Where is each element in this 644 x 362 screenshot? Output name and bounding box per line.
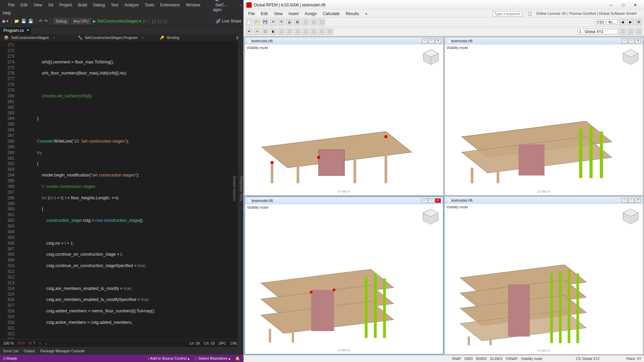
keyword-search[interactable] [493,11,523,16]
osnap-toggle[interactable]: OSNAP [506,357,517,361]
tool-icon[interactable]: ⊞ [294,19,301,25]
flo-select[interactable]: flo… [607,19,618,25]
nav-cube-icon[interactable] [622,207,640,225]
glines-toggle[interactable]: GLINES [490,357,502,361]
menu-build[interactable]: Build [76,1,90,9]
vp-canvas[interactable]: Visibility mode 27.500 m [245,45,443,195]
tool-icon[interactable]: ⬚ [318,28,325,35]
tool-icon[interactable]: ▶ [627,19,634,25]
menu-extensions[interactable]: Extensions [157,1,183,9]
select-repo[interactable]: ⬚ Select Repository ▴ [194,356,231,361]
tool-icon[interactable]: 📄 [246,19,252,25]
close-icon[interactable]: ✕ [629,1,641,9]
bc-project[interactable]: 📦 SetConstructionStages [3,36,52,40]
tab-close-icon[interactable]: ✕ [27,28,29,32]
new-icon[interactable]: 📁 [14,19,19,23]
vp-max-icon[interactable]: □ [429,39,435,43]
menu-window[interactable]: Window [183,1,203,9]
maximize-icon[interactable]: □ [617,1,629,9]
tool-icon[interactable]: ⚙ [635,19,642,25]
vp-close-icon[interactable]: ✕ [635,198,641,203]
bell-icon[interactable]: 🔔 [235,356,240,361]
menu-edit[interactable]: Edit [18,1,30,9]
vp-min-icon[interactable]: ─ [422,39,428,43]
tool-icon[interactable]: ⬚ [310,19,317,25]
viewport-1[interactable]: 📄 testmodel.rf6 ─□✕ Visibility mode 27.5… [244,37,444,196]
menu-view[interactable]: View [31,1,45,9]
tab-program-cs[interactable]: Program.cs✕ [0,27,31,34]
pkg-console-tab[interactable]: Package Manager Console [40,349,85,353]
config-select[interactable]: Debug [53,18,69,24]
menu-tools[interactable]: Tools [142,1,157,9]
bc-class[interactable]: 🔧 SetConstructionStages.Program [77,36,141,40]
tool-icon[interactable]: ◐ [270,28,277,35]
zoom-level[interactable]: 100 % [3,341,14,345]
menu-debug[interactable]: Debug [90,1,107,9]
tool-icon[interactable]: ⬚ [158,19,161,23]
save-icon[interactable]: 💾 [21,19,26,23]
vp-max-icon[interactable]: □ [428,198,434,203]
rmenu-assign[interactable]: Assign [302,11,319,17]
snap-toggle[interactable]: SNAP [452,357,461,361]
viewport-2[interactable]: 📄 testmodel.rf6 ─□✕ Visibility mode 27.5… [444,37,644,196]
bgrid-toggle[interactable]: BGRID [476,357,487,361]
back-icon[interactable]: ◉ ▾ [2,19,8,23]
tool-icon[interactable]: ✦ [246,28,252,35]
tool-icon[interactable]: ⬚ [326,28,333,35]
tool-icon[interactable]: ⬚ [278,28,285,35]
rmenu-view[interactable]: View [271,11,285,17]
vp-close-icon[interactable]: ✕ [435,39,441,43]
nav-cube-icon[interactable] [422,48,440,66]
rmenu-more[interactable]: » [362,11,370,17]
add-source-control[interactable]: ↑ Add to Source Control ▴ [147,356,189,361]
rmenu-calculate[interactable]: Calculate [320,11,342,17]
vp-min-icon[interactable]: ─ [622,39,628,43]
code-body[interactable]: srfs[i].comment = floor_max.ToString(); … [18,42,243,339]
ch[interactable]: Ch: 10 [204,341,214,345]
nav-cube-icon[interactable] [422,208,440,226]
saveall-icon[interactable]: 💾 [28,19,33,23]
tool-icon[interactable]: 📂 [254,19,260,25]
tool-icon[interactable]: ⬚ [152,19,156,23]
tool-icon[interactable]: ⬚ [310,28,317,35]
vp-close-icon[interactable]: ✕ [635,39,641,43]
tool-icon[interactable]: ✧ [254,28,260,35]
viewport-3[interactable]: 📄 testmodel.rf6 ─□✕ Visibility mode 27.5… [244,196,444,355]
nav-down-icon[interactable]: ↓ [45,341,47,345]
live-share-button[interactable]: 🔗 Live Share [216,19,241,23]
tool-icon[interactable]: ⬚ [302,28,309,35]
vp-min-icon[interactable]: ─ [422,198,428,203]
undo-icon[interactable]: ↶ [39,19,42,23]
error-count[interactable]: ⓧ 0 [18,341,24,346]
rmenu-results[interactable]: Results [343,11,362,17]
vp-min-icon[interactable]: ─ [622,198,628,203]
cs-select[interactable]: CS3 [595,19,605,25]
grid-toggle[interactable]: GRID [464,357,473,361]
close-icon[interactable]: ✕ [259,0,271,10]
menu-git[interactable]: Git [46,1,56,9]
output-tab[interactable]: Output [24,349,35,353]
minimize-icon[interactable]: ─ [235,0,247,10]
tool-icon[interactable]: ⬚ [627,28,634,35]
tool-icon[interactable]: ◀ [619,19,626,25]
code-editor[interactable]: 2712722732742752762772782792802812822832… [0,42,243,339]
error-list-tab[interactable]: Error List [3,349,18,353]
vp-close-icon[interactable]: ✕ [435,198,441,203]
nav-cube-icon[interactable] [622,48,640,66]
maximize-icon[interactable]: □ [247,0,259,10]
tool-icon[interactable]: ⬚ [163,19,167,23]
coord-select[interactable]: 1 - Global XYZ [578,29,618,34]
vp-canvas[interactable]: Visibility mode 27.500 m [245,204,443,354]
diagnostic-tab[interactable]: Diagnostic Tools [240,176,243,201]
rmenu-file[interactable]: File [246,11,257,17]
redo-icon[interactable]: ↷ [44,19,48,23]
menu-help[interactable]: Help [3,11,11,15]
tool-icon[interactable]: ↷ [278,19,285,25]
vp-max-icon[interactable]: □ [628,39,634,43]
menu-file[interactable]: File [5,1,17,9]
start-button[interactable]: ▶ SetConstructionStages ▾ [93,19,141,23]
solution-explorer-tab[interactable]: Solution Explorer [233,176,236,201]
vis-mode-label[interactable]: Visibility mode [521,357,542,361]
minimize-icon[interactable]: ─ [605,1,617,9]
ln[interactable]: Ln: 18 [190,341,200,345]
